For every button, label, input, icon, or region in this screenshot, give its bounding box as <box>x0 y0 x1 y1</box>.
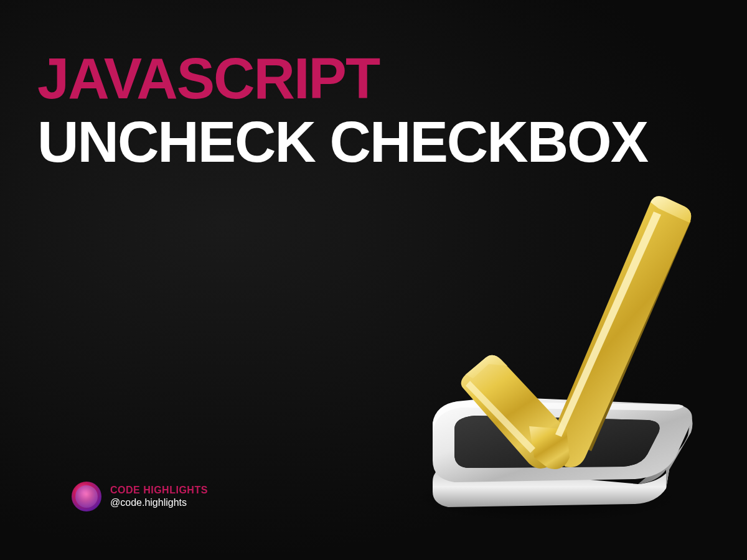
title-line-2: UNCHECK CHECKBOX <box>37 112 710 172</box>
brand-handle: @code.highlights <box>110 497 208 508</box>
avatar <box>72 482 101 511</box>
brand-name: CODE HIGHLIGHTS <box>110 485 208 496</box>
attribution-text: CODE HIGHLIGHTS @code.highlights <box>110 485 208 508</box>
checkbox-3d-graphic <box>361 174 710 523</box>
title-line-1: JAVASCRIPT <box>37 50 710 107</box>
attribution-block: CODE HIGHLIGHTS @code.highlights <box>72 482 208 511</box>
promo-card: JAVASCRIPT UNCHECK CHECKBOX <box>0 0 747 560</box>
title-block: JAVASCRIPT UNCHECK CHECKBOX <box>37 50 710 172</box>
